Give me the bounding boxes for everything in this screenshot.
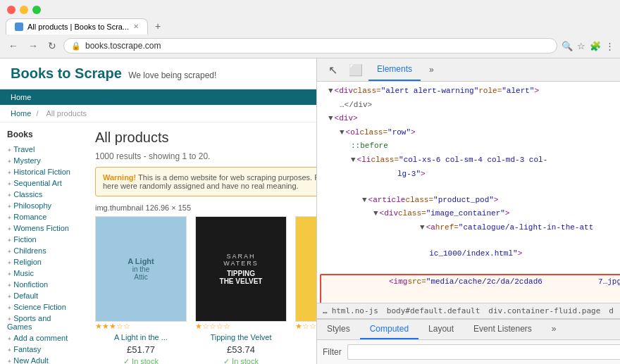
product-image-1[interactable]: A Light in the Attic: [95, 216, 187, 322]
category-science-fiction[interactable]: Science Fiction: [13, 303, 66, 311]
tab-computed[interactable]: Computed: [360, 320, 418, 339]
triangle-icon-7[interactable]: ▼: [420, 222, 425, 234]
devtools-inspect-icon[interactable]: ⬜: [343, 61, 368, 80]
tab-elements[interactable]: Elements: [368, 58, 421, 81]
products-grid: A Light in the Attic ★★★☆☆ A Light in th…: [95, 216, 317, 364]
category-music[interactable]: Music: [13, 269, 34, 277]
triangle-icon-2[interactable]: ▼: [328, 113, 333, 125]
code-line-4[interactable]: ▼<ol class="row">: [317, 126, 620, 140]
triangle-icon-3[interactable]: ▼: [340, 127, 345, 139]
category-travel[interactable]: Travel: [13, 145, 35, 153]
bc-body[interactable]: body#default.default: [387, 306, 480, 315]
category-womens-fiction[interactable]: Womens Fiction: [13, 224, 69, 232]
sidebar-item[interactable]: Romance: [7, 211, 78, 222]
tab-styles[interactable]: Styles: [317, 320, 360, 339]
category-fantasy[interactable]: Fantasy: [13, 345, 41, 353]
tab-more-bottom[interactable]: »: [542, 320, 566, 339]
warning-label: Warning!: [103, 173, 136, 182]
product-image-3[interactable]: Soumission: [295, 216, 317, 322]
category-classics[interactable]: Classics: [13, 190, 42, 199]
product-stock-3: In stock: [295, 357, 317, 364]
category-childrens[interactable]: Childrens: [13, 246, 46, 255]
code-line-9b[interactable]: ic_1000/index.html">: [317, 247, 620, 273]
sidebar-item[interactable]: Travel: [7, 144, 78, 155]
sidebar-item[interactable]: Womens Fiction: [7, 222, 78, 234]
code-line-8[interactable]: ▼<div class="image_container">: [317, 207, 620, 221]
tab-event-listeners[interactable]: Event Listeners: [464, 320, 542, 339]
category-romance[interactable]: Romance: [13, 213, 46, 221]
site-tagline: We love being scraped!: [128, 70, 216, 80]
category-nonfiction[interactable]: Nonfiction: [13, 280, 48, 289]
product-title-3[interactable]: Soumission: [295, 333, 317, 341]
sidebar-item[interactable]: Sports and Games: [7, 313, 78, 332]
devtools-pointer-icon[interactable]: ↖: [323, 61, 343, 80]
minimize-button[interactable]: [20, 6, 28, 14]
extensions-icon[interactable]: 🧩: [590, 41, 601, 51]
sidebar-item[interactable]: Add a comment: [7, 332, 78, 344]
breadcrumb-separator: /: [36, 109, 40, 118]
product-image-2[interactable]: SARAH WATERS TIPPING THE VELVET: [195, 216, 287, 322]
breadcrumb-home[interactable]: Home: [11, 109, 31, 118]
sidebar-item[interactable]: Science Fiction: [7, 301, 78, 313]
sidebar-item[interactable]: Default: [7, 290, 78, 301]
code-line-6b[interactable]: lg-3">: [317, 168, 620, 194]
bc-html[interactable]: html.no-js: [332, 306, 378, 315]
bc-more[interactable]: d ...: [609, 306, 620, 315]
code-line-1[interactable]: ▼<div class="alert alert-warning" role="…: [317, 84, 620, 99]
triangle-icon-6[interactable]: ▼: [373, 208, 378, 220]
sidebar-item[interactable]: Philosophy: [7, 200, 78, 211]
menu-icon[interactable]: ⋮: [605, 41, 614, 51]
maximize-button[interactable]: [32, 6, 41, 14]
code-line-3[interactable]: ▼<div>: [317, 112, 620, 126]
close-button[interactable]: [7, 6, 16, 14]
category-fiction[interactable]: Fiction: [13, 235, 36, 244]
refresh-button[interactable]: ↻: [45, 39, 59, 53]
code-line-10-highlighted[interactable]: <img src="media/cache/2c/da/2cdad6 7…jpg…: [320, 274, 620, 303]
sidebar-item[interactable]: New Adult: [7, 355, 78, 364]
category-mystery[interactable]: Mystery: [13, 156, 41, 165]
product-title-2[interactable]: Tipping the Velvet: [195, 333, 287, 341]
tab-close-icon[interactable]: ✕: [133, 23, 139, 30]
code-line-6[interactable]: ▼<li class="col-xs-6 col-sm-4 col-md-3 c…: [317, 153, 620, 168]
tab-layout[interactable]: Layout: [418, 320, 464, 339]
sidebar-item[interactable]: Historical Fiction: [7, 166, 78, 177]
category-sequential-art[interactable]: Sequential Art: [13, 179, 62, 187]
category-new-adult[interactable]: New Adult: [13, 356, 49, 364]
category-add-comment[interactable]: Add a comment: [13, 334, 68, 342]
sidebar-item[interactable]: Fiction: [7, 234, 78, 245]
triangle-icon-4[interactable]: ▼: [351, 154, 356, 167]
code-line-7[interactable]: ▼<article class="product_pod">: [317, 194, 620, 208]
sidebar-item[interactable]: Music: [7, 268, 78, 279]
category-default[interactable]: Default: [13, 291, 38, 300]
code-line-9[interactable]: ▼<a href="catalogue/a-light-in-the-att: [317, 221, 620, 247]
category-sports-games[interactable]: Sports and Games: [7, 314, 51, 331]
browser-tab[interactable]: All products | Books to Scra... ✕: [6, 18, 148, 34]
url-bar[interactable]: 🔒 books.toscrape.com: [63, 38, 557, 54]
sidebar-item[interactable]: Nonfiction: [7, 279, 78, 290]
bookmark-icon[interactable]: ☆: [577, 41, 585, 51]
nav-home-link[interactable]: Home: [11, 93, 31, 101]
code-line-5[interactable]: ::before: [317, 139, 620, 153]
product-title-1[interactable]: A Light in the ...: [95, 333, 187, 341]
lock-icon: 🔒: [71, 42, 81, 51]
sidebar-item[interactable]: Classics: [7, 189, 78, 200]
tab-more[interactable]: »: [421, 59, 442, 80]
bc-div[interactable]: div.container-fluid.page: [488, 306, 600, 315]
filter-bar: Filter :hov .cls + ⊡: [317, 340, 620, 364]
category-religion[interactable]: Religion: [13, 258, 42, 266]
back-button[interactable]: ←: [6, 39, 21, 53]
category-historical-fiction[interactable]: Historical Fiction: [13, 168, 70, 176]
code-line-2[interactable]: …</div>: [317, 99, 620, 113]
search-icon[interactable]: 🔍: [562, 41, 573, 51]
triangle-icon[interactable]: ▼: [328, 85, 333, 98]
sidebar-item[interactable]: Childrens: [7, 245, 78, 256]
forward-button[interactable]: →: [25, 39, 41, 53]
new-tab-button[interactable]: +: [148, 17, 168, 35]
triangle-icon-5[interactable]: ▼: [362, 194, 367, 207]
sidebar-item[interactable]: Religion: [7, 256, 78, 268]
sidebar-item[interactable]: Sequential Art: [7, 177, 78, 189]
sidebar-item[interactable]: Mystery: [7, 155, 78, 166]
category-philosophy[interactable]: Philosophy: [13, 201, 51, 210]
sidebar-item[interactable]: Fantasy: [7, 344, 78, 355]
filter-input[interactable]: [347, 344, 620, 360]
